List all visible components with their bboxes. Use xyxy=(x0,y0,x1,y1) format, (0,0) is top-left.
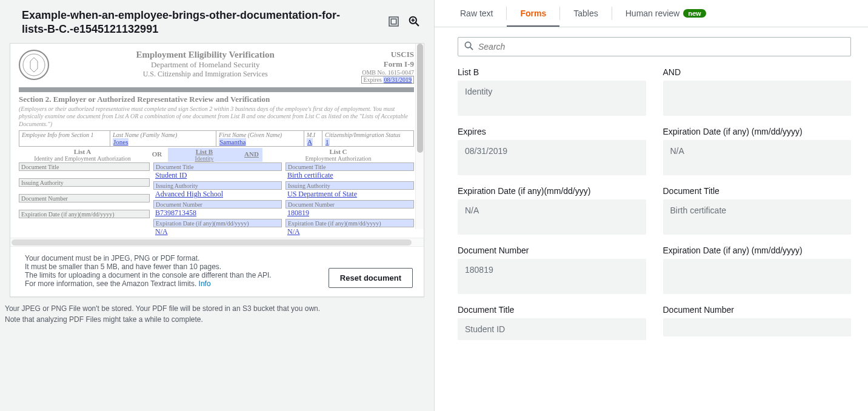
omb-label: OMB No. 1615-0047 xyxy=(361,69,414,76)
list-a-header: List A xyxy=(19,148,146,155)
search-icon xyxy=(464,41,473,52)
a-doc-title: Document Title xyxy=(19,162,150,171)
kv-label: Document Title xyxy=(458,305,646,315)
b-exp-val: N/A xyxy=(153,227,282,238)
dhs-seal-icon xyxy=(19,50,49,80)
kv-value xyxy=(663,318,852,336)
reset-document-button[interactable]: Reset document xyxy=(329,268,413,288)
tab-forms[interactable]: Forms xyxy=(507,0,559,27)
kv-value: N/A xyxy=(458,199,646,235)
tab-human-review[interactable]: Human review new xyxy=(612,0,719,27)
kv-value xyxy=(663,81,852,116)
document-footer: Your document must be in JPEG, PNG or PD… xyxy=(10,246,424,296)
expires-lbl: Expires xyxy=(363,76,382,83)
kv-label: Expires xyxy=(458,127,646,136)
b-doc-title-val: Student ID xyxy=(153,171,282,181)
storage-note-2: Note that analyzing PDF Files might take… xyxy=(5,314,424,325)
b-exp-lbl: Expiration Date (if any)(mm/dd/yyyy) xyxy=(153,219,282,227)
first-name-val: Samantha xyxy=(219,138,246,145)
document-actions xyxy=(389,8,419,28)
kv-label: List B xyxy=(458,67,646,77)
kv-label: Document Number xyxy=(458,246,646,255)
search-input[interactable] xyxy=(478,42,844,52)
svg-line-3 xyxy=(416,23,419,26)
list-b-header: List B xyxy=(168,148,241,155)
c-issuing-val: US Department of State xyxy=(285,190,414,200)
footer-line-2: It must be smaller than 5 MB, and have f… xyxy=(25,262,272,271)
or-label: OR xyxy=(146,148,168,162)
first-name-lbl: First Name (Given Name) xyxy=(219,132,301,138)
b-issuing-lbl: Issuing Authority xyxy=(153,181,282,190)
a-exp: Expiration Date (if any)(mm/dd/yyyy) xyxy=(19,210,150,218)
search-wrap xyxy=(435,27,868,62)
form-header-2: Department of Homeland Security xyxy=(54,60,356,70)
form-header-3: U.S. Citizenship and Immigration Service… xyxy=(54,70,356,79)
kv-value: Identity xyxy=(458,81,646,116)
storage-note-1: Your JPEG or PNG File won't be stored. Y… xyxy=(5,303,424,314)
cis-val: 1 xyxy=(325,138,330,145)
divider xyxy=(19,87,414,92)
svg-rect-1 xyxy=(391,19,396,24)
kv-label: Expiration Date (if any) (mm/dd/yyyy) xyxy=(663,246,852,255)
fit-icon[interactable] xyxy=(389,16,399,28)
kv-value: N/A xyxy=(663,140,852,175)
document-header: Example-when-an-employee-brings-other-do… xyxy=(0,0,434,43)
document-viewer: Employment Eligibility Verification Depa… xyxy=(10,43,424,297)
vertical-scrollbar[interactable] xyxy=(415,44,424,229)
c-exp-lbl: Expiration Date (if any)(mm/dd/yyyy) xyxy=(285,219,414,227)
expires-val: 08/31/2019 xyxy=(383,76,412,83)
c-doc-title-val: Birth certificate xyxy=(285,171,414,181)
uscis-label: USCIS xyxy=(361,50,414,59)
svg-line-8 xyxy=(470,47,473,50)
search-box[interactable] xyxy=(458,37,851,56)
c-issuing-lbl: Issuing Authority xyxy=(285,181,414,190)
mi-val: A xyxy=(307,138,313,145)
c-exp-val: N/A xyxy=(285,227,414,238)
kv-value: Student ID xyxy=(458,318,646,340)
form-header-1: Employment Eligibility Verification xyxy=(54,50,356,60)
kv-value: Birth certificate xyxy=(663,199,852,235)
kv-label: Document Title xyxy=(663,186,852,196)
forms-list[interactable]: List BIdentity AND Expires08/31/2019 Exp… xyxy=(435,62,868,351)
footer-line-4: For more information, see the Amazon Tex… xyxy=(25,279,199,288)
list-b-sub: Identity xyxy=(168,155,241,162)
tab-human-label: Human review xyxy=(626,8,679,18)
svg-point-7 xyxy=(465,42,470,47)
b-issuing-val: Advanced High School xyxy=(153,190,282,200)
info-link[interactable]: Info xyxy=(199,279,211,288)
b-doc-title-lbl: Document Title xyxy=(153,162,282,171)
footer-line-1: Your document must be in JPEG, PNG or PD… xyxy=(25,254,272,262)
emp-info-lbl: Employee Info from Section 1 xyxy=(22,132,107,138)
right-panel: Raw text Forms Tables Human review new L… xyxy=(435,0,868,411)
c-doc-title-lbl: Document Title xyxy=(285,162,414,171)
kv-label: AND xyxy=(663,67,852,77)
horizontal-scrollbar[interactable] xyxy=(10,238,424,246)
list-c-sub: Employment Authorization xyxy=(262,155,414,162)
storage-note: Your JPEG or PNG File won't be stored. Y… xyxy=(0,297,434,325)
kv-label: Document Number xyxy=(663,305,852,315)
tab-tables[interactable]: Tables xyxy=(560,0,611,27)
section2-title: Section 2. Employer or Authorized Repres… xyxy=(19,95,414,104)
a-doc-num: Document Number xyxy=(19,194,150,202)
tabs: Raw text Forms Tables Human review new xyxy=(435,0,868,27)
mi-lbl: M.I xyxy=(307,132,319,138)
kv-label: Expiration Date (if any) (mm/dd/yyyy) xyxy=(663,127,852,136)
document-canvas[interactable]: Employment Eligibility Verification Depa… xyxy=(10,44,424,238)
tab-raw-text[interactable]: Raw text xyxy=(447,0,506,27)
form-i9-label: Form I-9 xyxy=(361,59,414,69)
i9-form: Employment Eligibility Verification Depa… xyxy=(19,50,414,238)
footer-line-3: The limits for uploading a document in t… xyxy=(25,271,272,279)
and-label: AND xyxy=(241,148,262,162)
c-doc-num-lbl: Document Number xyxy=(285,200,414,209)
list-a-sub: Identity and Employment Authorization xyxy=(19,155,146,162)
left-panel: Example-when-an-employee-brings-other-do… xyxy=(0,0,435,411)
new-badge: new xyxy=(683,9,706,18)
svg-rect-0 xyxy=(389,17,398,26)
b-doc-num-val: B7398713458 xyxy=(153,209,282,219)
b-doc-num-lbl: Document Number xyxy=(153,200,282,209)
employee-info-row: Employee Info from Section 1 Last Name (… xyxy=(19,130,414,147)
zoom-in-icon[interactable] xyxy=(409,16,419,28)
kv-value: 180819 xyxy=(458,259,646,294)
document-title: Example-when-an-employee-brings-other-do… xyxy=(22,8,343,37)
cis-lbl: Citizenship/Immigration Status xyxy=(325,132,411,138)
